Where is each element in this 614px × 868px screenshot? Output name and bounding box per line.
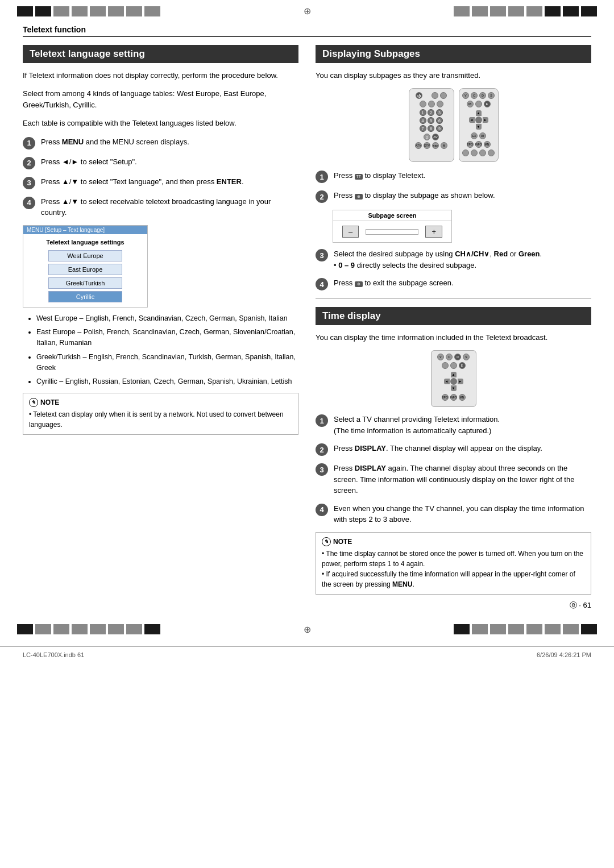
menu-screenshot: MENU [Setup – Text language] Teletext la… bbox=[23, 225, 148, 308]
mark-block-gray bbox=[72, 6, 88, 16]
footer-mark-r bbox=[581, 624, 597, 634]
mark-block bbox=[35, 6, 51, 16]
marks-right bbox=[454, 6, 597, 16]
remote-top-row: ⏻ bbox=[416, 92, 447, 99]
bullet-east: East Europe – Polish, French, Scandinavi… bbox=[36, 327, 298, 348]
time-step-text-4: Even when you change the TV channel, you… bbox=[334, 503, 591, 525]
mark-block-gray bbox=[53, 6, 69, 16]
remote-btn-vol: V bbox=[462, 92, 469, 99]
registration-mark: ⊕ bbox=[304, 6, 311, 16]
footer-mark-gray-r bbox=[563, 624, 579, 634]
remote-right: V C D S M E ▲ ▼ ◄ ► bbox=[459, 88, 499, 162]
remote-num-6: 6 bbox=[436, 117, 443, 124]
right-column: Displaying Subpages You can display subp… bbox=[316, 45, 591, 610]
subpages-step-text-4: Press ⊕ to exit the subpage screen. bbox=[334, 277, 591, 289]
remote-num-5: 5 bbox=[428, 117, 434, 124]
remote-time-dpad-center bbox=[450, 378, 457, 385]
time-step-text-3: Press DISPLAY again. The channel display… bbox=[334, 463, 591, 496]
mark-block-gray bbox=[526, 6, 542, 16]
remote-time-btn2 bbox=[450, 362, 457, 369]
menu-option-west: West Europe bbox=[48, 250, 122, 261]
time-display-intro: You can display the time information inc… bbox=[316, 332, 591, 343]
subpages-step-num-4: 4 bbox=[316, 278, 328, 290]
step-number-1: 1 bbox=[23, 137, 35, 149]
remote-time-btn1 bbox=[442, 362, 449, 369]
subpage-screen-container: Subpage screen – + bbox=[333, 210, 591, 243]
note-icon-2: ✎ bbox=[322, 537, 331, 546]
remote-btn-atv: ATV bbox=[415, 142, 422, 149]
subpage-screen-body: – + bbox=[333, 221, 451, 242]
remote-right-row2: M E bbox=[467, 101, 491, 107]
remote-num-7: 7 bbox=[420, 125, 426, 132]
remote-btn-top bbox=[432, 92, 438, 99]
remote-btn-r21 bbox=[420, 101, 426, 107]
time-step-4: 4 Even when you change the TV channel, y… bbox=[316, 503, 591, 525]
remote-time-vol: V bbox=[437, 354, 444, 360]
mark-block-gray bbox=[90, 6, 106, 16]
remote-btn-b1 bbox=[462, 149, 469, 156]
remote-btn-b4 bbox=[488, 149, 495, 156]
divider bbox=[316, 298, 591, 299]
teletext-icon-2: ⊕ bbox=[355, 194, 363, 200]
remote-btn-ch: C bbox=[471, 92, 478, 99]
remote-time-sleep: S bbox=[463, 354, 470, 360]
footer-left: LC-40LE700X.indb 61 bbox=[23, 651, 84, 658]
mark-block-gray bbox=[144, 6, 160, 16]
time-step-3: 3 Press DISPLAY again. The channel displ… bbox=[316, 463, 591, 496]
remote-btn-r22 bbox=[428, 101, 435, 107]
remote-num-8: 8 bbox=[428, 125, 434, 132]
footer-mark-gray-r bbox=[545, 624, 561, 634]
remote-time-dpad-down: ▼ bbox=[451, 385, 457, 391]
remote-btn-radio: RAD bbox=[432, 142, 439, 149]
bullet-west: West Europe – English, French, Scandinav… bbox=[36, 313, 298, 324]
subpages-step-text-3: Select the desired subpage by using CH∧/… bbox=[334, 248, 591, 271]
mark-block-gray bbox=[126, 6, 142, 16]
footer-mark-gray-r bbox=[472, 624, 488, 634]
remote-left: ⏻ 1 2 3 4 5 bbox=[409, 88, 454, 162]
note-text-2: • The time display cannot be stored once… bbox=[322, 549, 585, 589]
menu-option-east: East Europe bbox=[48, 264, 122, 275]
page-content: Teletext function Teletext language sett… bbox=[0, 19, 614, 622]
time-step-2: 2 Press DISPLAY. The channel display wil… bbox=[316, 443, 591, 456]
remote-btn-sleep: S bbox=[488, 92, 495, 99]
subpages-step-text-2: Press ⊕ to display the subpage as shown … bbox=[334, 190, 591, 201]
subpages-step-num-3: 3 bbox=[316, 249, 328, 261]
step-1: 1 Press MENU and the MENU screen display… bbox=[23, 136, 298, 149]
subpage-screen-title: Subpage screen bbox=[333, 210, 451, 221]
note-title-2: ✎ NOTE bbox=[322, 537, 585, 546]
subpage-screen: Subpage screen – + bbox=[333, 210, 452, 243]
remote-image-subpages: ⏻ 1 2 3 4 5 bbox=[316, 88, 591, 162]
subpages-step-num-2: 2 bbox=[316, 190, 328, 203]
intro-paragraph-2: Select from among 4 kinds of language ta… bbox=[23, 88, 298, 111]
remote-btn-b3 bbox=[479, 149, 486, 156]
footer-mark-gray-r bbox=[526, 624, 542, 634]
footer-mark-r bbox=[454, 624, 470, 634]
remote-dpad-right: ▲ ▼ ◄ ► bbox=[469, 110, 488, 130]
note-title-1: ✎ NOTE bbox=[29, 398, 292, 407]
marks-left bbox=[17, 6, 160, 16]
note-box-1: ✎ NOTE • Teletext can display only when … bbox=[23, 393, 298, 435]
subpages-step-1: 1 Press TT to display Teletext. bbox=[316, 170, 591, 183]
footer-mark-gray bbox=[108, 624, 124, 634]
right-section-title-time: Time display bbox=[316, 307, 591, 325]
remote-btn-b2 bbox=[471, 149, 478, 156]
note-icon-1: ✎ bbox=[29, 398, 38, 407]
mark-block-gray bbox=[508, 6, 524, 16]
remote-btn-epg: EPG bbox=[467, 141, 474, 148]
footer-registration-mark: ⊕ bbox=[304, 624, 311, 635]
remote-time-dpad: ▲ ▼ ◄ ► bbox=[444, 372, 463, 391]
footer-mark-gray bbox=[90, 624, 106, 634]
remote-time-menu: MN bbox=[459, 394, 466, 401]
section-heading: Teletext function bbox=[23, 25, 591, 37]
note-text-1: • Teletext can display only when it is s… bbox=[29, 409, 292, 430]
teletext-icon-3: ⊕ bbox=[355, 281, 363, 287]
time-step-text-1: Select a TV channel providing Teletext i… bbox=[334, 414, 591, 436]
remote-dpad-up: ▲ bbox=[476, 110, 482, 116]
remote-time-row2: E bbox=[442, 362, 466, 369]
mark-block bbox=[17, 6, 33, 16]
remote-btn-dtv: DTV bbox=[424, 142, 430, 149]
remote-dpad-left: ◄ bbox=[469, 117, 475, 123]
page-number: ⓔ · 61 bbox=[316, 600, 591, 610]
footer-mark-gray bbox=[72, 624, 88, 634]
intro-paragraph-3: Each table is compatible with the Telete… bbox=[23, 118, 298, 129]
